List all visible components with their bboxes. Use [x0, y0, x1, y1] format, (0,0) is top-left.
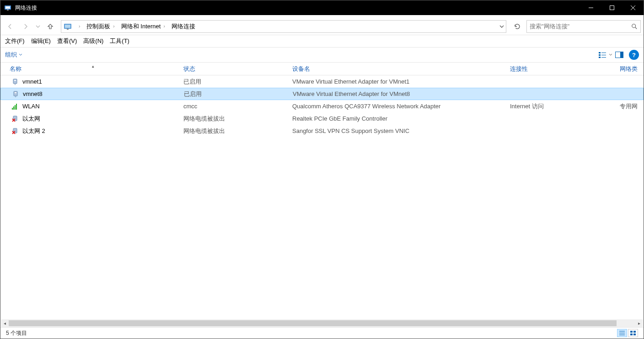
svg-line-11 [635, 27, 637, 29]
forward-button[interactable] [19, 20, 32, 33]
svg-point-10 [632, 24, 636, 27]
breadcrumb-item[interactable]: 网络和 Internet› [119, 22, 170, 31]
address-bar[interactable]: › 控制面板› 网络和 Internet› 网络连接 [61, 20, 506, 33]
connection-name: 以太网 2 [22, 127, 45, 135]
svg-rect-24 [15, 92, 16, 93]
scroll-thumb[interactable] [9, 320, 617, 326]
search-input[interactable] [530, 23, 631, 30]
breadcrumb-item[interactable]: 网络连接 [170, 22, 197, 31]
statusbar: 5 个项目 [0, 327, 644, 339]
menu-file[interactable]: 文件(F) [5, 37, 25, 45]
connection-type: 专用网 [615, 102, 644, 111]
control-panel-icon [63, 22, 72, 31]
chevron-down-icon[interactable] [499, 24, 504, 29]
svg-rect-42 [633, 334, 636, 335]
view-options-button[interactable] [599, 49, 612, 61]
connection-device: Realtek PCIe GbE Family Controller [288, 115, 505, 122]
status-text: 5 个项目 [6, 329, 27, 337]
svg-rect-12 [599, 52, 601, 53]
scroll-left-button[interactable]: ◂ [1, 319, 9, 327]
connection-name: 以太网 [22, 115, 40, 123]
recent-button[interactable] [34, 20, 42, 33]
connection-status: 已启用 [179, 90, 288, 98]
connection-row[interactable]: WLANcmccQualcomm Atheros QCA9377 Wireles… [0, 100, 644, 112]
titlebar: 网络连接 [0, 0, 644, 15]
menubar: 文件(F) 编辑(E) 查看(V) 高级(N) 工具(T) [0, 35, 644, 47]
back-button[interactable] [3, 20, 17, 33]
svg-rect-41 [630, 334, 633, 335]
connection-status: 已启用 [179, 78, 288, 86]
search-box[interactable] [526, 20, 641, 33]
sort-indicator-icon: ▴ [92, 64, 94, 69]
search-icon[interactable] [631, 23, 638, 30]
maximize-button[interactable] [601, 0, 623, 15]
column-device[interactable]: 设备名 [288, 63, 505, 75]
preview-pane-button[interactable] [612, 49, 626, 61]
connection-status: 网络电缆被拔出 [179, 115, 288, 123]
connection-device: Sangfor SSL VPN CS Support System VNIC [288, 127, 505, 134]
close-button[interactable] [623, 0, 644, 15]
breadcrumb-sep[interactable]: › [74, 24, 85, 29]
svg-rect-1 [5, 6, 10, 9]
menu-advanced[interactable]: 高级(N) [83, 37, 103, 45]
svg-rect-13 [599, 54, 601, 56]
svg-rect-26 [12, 108, 13, 110]
toolbar: 组织 ? [0, 47, 644, 63]
connection-row[interactable]: 以太网网络电缆被拔出Realtek PCIe GbE Family Contro… [0, 112, 644, 125]
connection-status: cmcc [179, 103, 288, 110]
help-button[interactable]: ? [629, 50, 639, 60]
breadcrumb-item[interactable]: 控制面板› [85, 22, 119, 31]
svg-rect-27 [13, 106, 14, 110]
up-button[interactable] [43, 20, 57, 33]
column-headers: 名称▴ 状态 设备名 连接性 网络类 [0, 63, 644, 75]
minimize-button[interactable] [580, 0, 601, 15]
connection-name: vmnet8 [23, 90, 43, 97]
column-name[interactable]: 名称▴ [0, 63, 179, 75]
organize-button[interactable]: 组织 [5, 51, 22, 59]
svg-rect-28 [15, 105, 16, 110]
connection-status: 网络电缆被拔出 [179, 127, 288, 135]
svg-rect-19 [620, 52, 623, 58]
connection-row[interactable]: 以太网 2网络电缆被拔出Sangfor SSL VPN CS Support S… [0, 125, 644, 137]
svg-rect-4 [610, 6, 614, 10]
svg-rect-2 [7, 10, 9, 11]
connection-device: VMware Virtual Ethernet Adapter for VMne… [288, 78, 505, 85]
svg-rect-8 [65, 25, 70, 28]
column-status[interactable]: 状态 [179, 63, 288, 75]
refresh-button[interactable] [511, 21, 524, 32]
svg-rect-20 [13, 79, 17, 84]
connection-connectivity: Internet 访问 [505, 102, 615, 111]
svg-rect-29 [16, 104, 17, 110]
column-connectivity[interactable]: 连接性 [505, 63, 615, 75]
scroll-right-button[interactable]: ▸ [635, 319, 643, 327]
svg-rect-9 [67, 29, 69, 30]
connections-list: vmnet1已启用VMware Virtual Ethernet Adapter… [0, 75, 644, 137]
svg-rect-14 [599, 57, 601, 58]
chevron-down-icon [609, 53, 612, 57]
icons-view-button[interactable] [628, 329, 638, 337]
connection-row[interactable]: vmnet8已启用VMware Virtual Ethernet Adapter… [0, 88, 644, 100]
svg-rect-21 [14, 80, 16, 81]
connection-name: vmnet1 [22, 78, 42, 85]
svg-rect-23 [14, 91, 17, 96]
menu-view[interactable]: 查看(V) [57, 37, 77, 45]
chevron-down-icon [19, 53, 22, 57]
svg-rect-40 [633, 331, 636, 333]
network-connections-icon [4, 4, 11, 11]
details-view-button[interactable] [617, 329, 627, 337]
connection-device: Qualcomm Atheros QCA9377 Wireless Networ… [288, 103, 505, 110]
window-title: 网络连接 [15, 4, 580, 12]
horizontal-scrollbar[interactable]: ◂ ▸ [1, 319, 643, 327]
navbar: › 控制面板› 网络和 Internet› 网络连接 [0, 18, 644, 35]
connection-device: VMware Virtual Ethernet Adapter for VMne… [288, 90, 506, 97]
svg-rect-39 [630, 331, 633, 333]
connection-name: WLAN [22, 103, 40, 110]
column-type[interactable]: 网络类 [615, 63, 644, 75]
connection-row[interactable]: vmnet1已启用VMware Virtual Ethernet Adapter… [0, 75, 644, 88]
menu-edit[interactable]: 编辑(E) [31, 37, 51, 45]
menu-tools[interactable]: 工具(T) [110, 37, 129, 45]
